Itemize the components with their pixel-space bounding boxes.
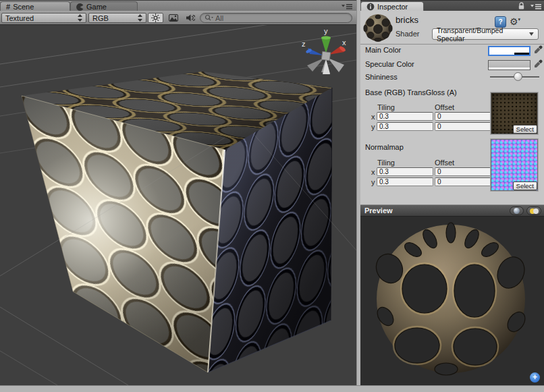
- gizmo-x-label: x: [342, 38, 346, 47]
- specular-color-swatch[interactable]: [488, 60, 531, 70]
- game-pacman-icon: [76, 3, 84, 11]
- shininess-slider-knob[interactable]: [514, 72, 522, 81]
- tab-game[interactable]: Game: [70, 1, 138, 11]
- render-mode-value: Textured: [5, 14, 34, 22]
- light-off-dot-icon: [533, 208, 539, 214]
- normal-map-label: Normalmap: [365, 143, 404, 151]
- base-offset-x-input[interactable]: [435, 112, 491, 121]
- normal-offset-x-input[interactable]: [435, 167, 491, 176]
- inspector-menu-icon[interactable]: [531, 3, 541, 9]
- preview-title: Preview: [364, 206, 393, 215]
- tab-scene-label: Scene: [13, 3, 34, 11]
- help-button[interactable]: ?: [495, 16, 506, 28]
- scene-toolbar: Textured RGB: [0, 11, 356, 25]
- scene-viewport[interactable]: y x z: [0, 25, 356, 385]
- material-name: bricks: [396, 15, 418, 25]
- preview-light-toggle[interactable]: [526, 206, 541, 215]
- normal-texture-select-button[interactable]: Select: [513, 181, 537, 190]
- specular-color-alpha-bar: [489, 67, 530, 69]
- base-texture-thumbnail[interactable]: Select: [491, 92, 538, 134]
- specular-color-eyedropper-icon[interactable]: [533, 59, 543, 69]
- tab-inspector[interactable]: Inspector: [360, 1, 424, 11]
- add-button[interactable]: +: [530, 372, 540, 383]
- shader-label: Shader: [396, 30, 419, 38]
- base-tiling-y-input[interactable]: [377, 122, 433, 131]
- material-preview-ball: [363, 13, 393, 43]
- sun-icon: [151, 13, 160, 22]
- gizmo-z-label: z: [302, 40, 306, 48]
- gizmo-neg-y-cone: [328, 58, 344, 72]
- tab-game-label: Game: [86, 3, 107, 11]
- specular-color-label: Specular Color: [365, 60, 414, 68]
- cube-mesh[interactable]: [22, 72, 332, 372]
- image-icon: [169, 14, 178, 22]
- scene-panel: # Scene Game Textured RGB: [0, 0, 356, 385]
- base-x-label: x: [371, 113, 375, 121]
- status-strip: [0, 385, 544, 392]
- normal-texture-thumbnail[interactable]: Select: [491, 139, 538, 191]
- search-value: All: [215, 14, 223, 22]
- material-preview-area[interactable]: +: [360, 217, 544, 385]
- updown-arrows-icon: [138, 14, 142, 22]
- sphere-icon: [514, 208, 520, 214]
- base-offset-header: Offset: [435, 103, 454, 111]
- normal-offset-header: Offset: [435, 159, 454, 167]
- main-color-eyedropper-icon[interactable]: [533, 45, 543, 55]
- scene-lighting-toggle[interactable]: [148, 13, 163, 23]
- shader-value: Transparent/Bumped Specular: [437, 26, 529, 43]
- speaker-icon: [186, 13, 195, 22]
- scene-skybox-toggle[interactable]: [165, 13, 181, 23]
- normal-y-label: y: [371, 178, 375, 186]
- chevron-down-icon: [529, 32, 534, 36]
- scene-grid-icon: #: [6, 3, 10, 11]
- main-color-swatch[interactable]: [488, 46, 531, 56]
- preview-sphere-render: [360, 217, 544, 385]
- channel-mode-dropdown[interactable]: RGB: [88, 13, 146, 23]
- base-offset-y-input[interactable]: [435, 122, 491, 131]
- updown-arrows-icon: [78, 14, 82, 22]
- base-y-label: y: [371, 123, 375, 131]
- normal-tiling-header: Tiling: [377, 159, 395, 167]
- base-map-label: Base (RGB) TransGloss (A): [365, 88, 457, 96]
- gear-menu-button[interactable]: ⚙▾: [510, 15, 520, 26]
- inspector-tabbar: Inspector: [360, 0, 544, 11]
- inspector-panel: Inspector: [360, 0, 544, 385]
- scene-render: y x z: [0, 25, 356, 385]
- gizmo-y-label: y: [324, 27, 328, 35]
- material-header: bricks Shader Transparent/Bumped Specula…: [360, 11, 544, 45]
- render-mode-dropdown[interactable]: Textured: [1, 13, 86, 23]
- gizmo-y-axis-cone: [321, 38, 331, 53]
- scene-panel-menu[interactable]: [342, 3, 352, 9]
- normal-x-label: x: [371, 168, 375, 176]
- menu-icon: [342, 3, 352, 9]
- shader-dropdown[interactable]: Transparent/Bumped Specular: [432, 28, 539, 40]
- base-tiling-x-input[interactable]: [377, 112, 433, 121]
- channel-mode-value: RGB: [92, 14, 109, 22]
- scene-audio-toggle[interactable]: [182, 13, 198, 23]
- main-color-alpha-bar: [489, 53, 529, 55]
- gizmo-neg-x-cone: [307, 58, 324, 72]
- preview-mesh-button[interactable]: [510, 206, 524, 215]
- info-icon: [366, 3, 375, 11]
- tab-inspector-label: Inspector: [377, 3, 408, 11]
- normal-offset-y-input[interactable]: [435, 177, 491, 186]
- scene-orientation-gizmo[interactable]: y x z: [302, 27, 346, 74]
- scene-tabbar: # Scene Game: [0, 0, 356, 11]
- preview-header[interactable]: Preview: [360, 204, 544, 217]
- tab-scene[interactable]: # Scene: [0, 1, 70, 11]
- material-properties: Main Color Specular Color Shininess Base…: [360, 45, 544, 204]
- main-color-label: Main Color: [365, 46, 401, 54]
- shininess-label: Shininess: [365, 73, 398, 81]
- gizmo-center-cube: [321, 51, 331, 61]
- search-icon: [205, 14, 213, 22]
- normal-tiling-x-input[interactable]: [377, 167, 433, 176]
- base-texture-select-button[interactable]: Select: [513, 125, 537, 134]
- base-tiling-header: Tiling: [377, 103, 395, 111]
- scene-search-field[interactable]: All: [200, 13, 352, 23]
- normal-tiling-y-input[interactable]: [377, 177, 433, 186]
- lock-icon[interactable]: [518, 2, 525, 10]
- unity-editor: { "scene": { "tab_scene": "Scene", "tab_…: [0, 0, 544, 392]
